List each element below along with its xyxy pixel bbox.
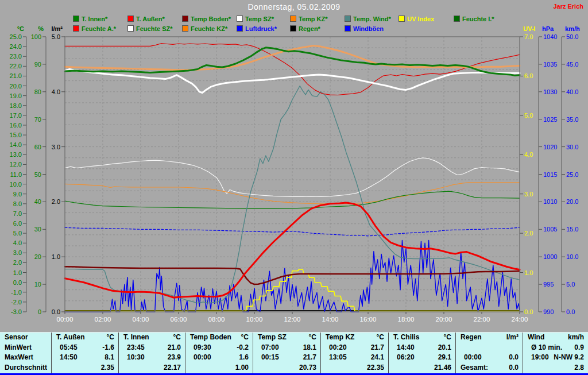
table-sensor-name: Temp SZ (258, 333, 287, 342)
table-row: Windkm/h (523, 333, 588, 342)
legend-item: Temp KZ* (290, 16, 328, 23)
table-min-time: 07:00 (261, 343, 279, 353)
axis-tick-label: 20.0 (566, 198, 578, 205)
legend-swatch-icon (182, 16, 188, 22)
table-sensor-name: T. Außen (56, 333, 85, 342)
table-row: 06:2029.1 (389, 353, 456, 362)
table-avg-value: 22.17 (164, 363, 181, 373)
axis-tick-label: 1005 (543, 226, 557, 233)
legend-swatch-icon (399, 16, 405, 22)
table-row: 00:1521.7 (253, 353, 321, 362)
axis-tick-label: 20 (34, 253, 41, 260)
axis-tick-label: 1025 (543, 116, 557, 123)
table-max-time: 13:05 (329, 353, 347, 362)
axis-tick-label: 30.0 (566, 144, 578, 150)
table-unit: °C (173, 333, 181, 342)
axis-tick-label: -1.0 (11, 289, 22, 296)
table-min-value: 20.1 (438, 343, 451, 353)
stats-table: SensorMinWertMaxWertDurchschnittT. Außen… (0, 332, 588, 374)
table-group-temp-kz: Temp KZ°C00:2021.713:0524.122.35 (320, 333, 389, 374)
table-max-time: 06:20 (397, 353, 415, 362)
x-axis-label: 08:00 (208, 316, 225, 323)
axis-tick-label: 1000 (543, 253, 557, 260)
legend-swatch-icon (127, 16, 134, 22)
axis-tick-label: 40 (34, 198, 41, 205)
table-row: 23:4521.0 (119, 343, 185, 353)
table-unit: °C (309, 333, 316, 342)
table-row: 05:45-1.6 (52, 343, 119, 353)
table-max-value: 24.1 (371, 353, 384, 362)
table-max-time: 14:50 (60, 353, 78, 362)
table-unit: °C (107, 333, 114, 342)
table-group-t-innen: T. Innen°C23:4521.010:3023.922.17 (118, 333, 185, 374)
table-row: 09:30-0.2 (185, 343, 253, 353)
table-avg-value: 2.8 (574, 363, 584, 373)
legend-label: Windböen (353, 25, 384, 32)
table-row-label: MaxWert (5, 353, 33, 362)
axis-tick-label: 2.0 (13, 259, 22, 266)
table-max-value: 21.7 (303, 353, 316, 362)
table-unit: °C (377, 333, 384, 342)
table-row (456, 343, 523, 353)
axis-tick-label: 6.0 (13, 220, 22, 227)
axis-tick-label: 9.0 (13, 191, 22, 198)
table-row: 00:000.0 (456, 353, 523, 362)
table-row: Temp KZ°C (321, 333, 389, 342)
table-row: Durchschnitt (0, 363, 51, 373)
x-axis-label: 04:00 (133, 316, 149, 323)
table-row: 14:4020.1 (389, 343, 456, 353)
axis-tick-label: 18.0 (10, 102, 22, 109)
table-group-regen: Regenl/m²00:000.0Gesamt:0.0 (455, 333, 523, 374)
legend-item: T. Außen* (127, 16, 165, 23)
x-axis-label: 14:00 (322, 316, 339, 323)
table-row: Ø 10 min.0.9 (523, 343, 588, 353)
axis-tick-label: 1.0 (524, 269, 533, 276)
legend-label: Feuchte SZ* (136, 25, 173, 32)
axis-tick-label: 22.0 (10, 63, 22, 69)
axis-tick-label: 21.0 (10, 72, 22, 79)
table-min-time: 00:20 (329, 343, 347, 353)
table-row: 19:00N-NW 9.2 (523, 353, 588, 362)
legend-item: Temp. Wind* (345, 16, 391, 23)
table-max-value: 29.1 (438, 353, 451, 362)
legend-swatch-icon (237, 25, 243, 32)
axis-tick-label: 5.0 (13, 230, 22, 237)
table-row: Temp Boden°C (185, 333, 253, 342)
table-row: Regenl/m² (456, 333, 523, 342)
axis-tick-label: 3.0 (52, 144, 60, 150)
legend-label: Luftdruck* (245, 25, 277, 32)
axis-tick-label: 4.0 (524, 151, 533, 158)
table-row: 20.73 (253, 363, 321, 373)
table-row: Sensor (0, 333, 51, 342)
table-row: 14:508.1 (52, 353, 119, 362)
axis-tick-label: 14.0 (10, 141, 22, 148)
axis-tick-label: 4.0 (13, 239, 22, 246)
table-unit: km/h (568, 333, 584, 342)
axis-tick-label: 8.0 (13, 200, 22, 207)
legend-item: Temp SZ* (237, 16, 274, 23)
axis-tick-label: 10 (34, 281, 41, 288)
axis-tick-label: 16.0 (10, 122, 22, 129)
table-max-value: 8.1 (105, 353, 114, 362)
legend-swatch-icon (290, 25, 296, 32)
table-max-time: 00:15 (261, 353, 279, 362)
axis-tick-label: 0.0 (13, 279, 22, 286)
table-max-value: 1.6 (239, 353, 249, 362)
axis-tick-label: 0.0 (524, 308, 533, 315)
axis-tick-label: 11.0 (10, 171, 22, 178)
axis-tick-label: 1015 (543, 171, 557, 178)
legend-item: Feuchte KZ* (182, 25, 227, 33)
table-group-t-au-en: T. Außen°C05:45-1.614:508.12.35 (51, 333, 119, 374)
table-min-time: 05:45 (60, 343, 78, 353)
axis-tick-label: 0 (38, 308, 41, 315)
table-avg-value: 21.46 (434, 363, 451, 373)
table-max-time: 00:00 (194, 353, 211, 362)
table-min-value: 21.0 (168, 343, 181, 353)
table-row: Temp SZ°C (253, 333, 321, 342)
table-row: T. Chilis°C (389, 333, 456, 342)
table-min-value: -1.6 (102, 343, 114, 353)
x-axis-label: 06:00 (171, 316, 187, 323)
table-unit: °C (444, 333, 451, 342)
axis-tick-label: 24.0 (10, 43, 22, 50)
legend-label: Temp SZ* (245, 16, 274, 22)
